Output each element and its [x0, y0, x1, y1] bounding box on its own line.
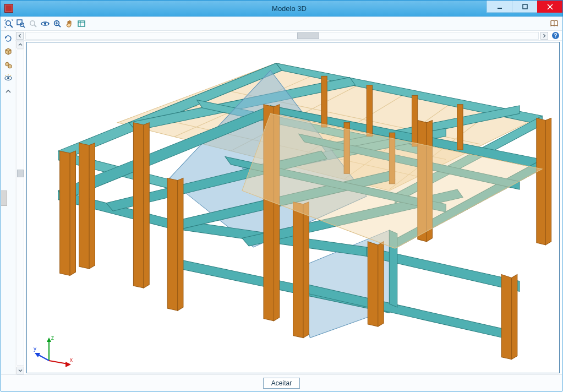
zoom-extents-icon: [4, 19, 13, 28]
axis-gizmo: z y x: [32, 333, 78, 368]
svg-marker-69: [293, 202, 304, 338]
svg-line-8: [24, 26, 25, 28]
zoom-in-button[interactable]: [52, 18, 63, 29]
svg-marker-63: [133, 123, 144, 288]
close-button[interactable]: [537, 1, 562, 13]
svg-marker-78: [545, 118, 551, 244]
svg-rect-79: [321, 76, 327, 127]
svg-rect-17: [78, 21, 85, 26]
svg-line-90: [49, 361, 68, 364]
help-book-button[interactable]: [549, 18, 560, 29]
chevron-left-icon: [18, 34, 22, 38]
svg-rect-80: [367, 85, 372, 137]
svg-rect-6: [17, 20, 22, 25]
svg-rect-81: [412, 95, 418, 146]
orbit-button[interactable]: [40, 18, 51, 29]
svg-marker-75: [501, 274, 512, 359]
pan-hand-icon: [65, 19, 74, 28]
model-scene: [27, 42, 559, 373]
axis-x-label: x: [70, 357, 73, 363]
cube-button[interactable]: [3, 46, 14, 57]
body-row: ?: [1, 31, 562, 374]
vscroll-down-button[interactable]: [17, 367, 24, 374]
axis-y-label: y: [34, 346, 36, 352]
main-area: ?: [15, 31, 562, 374]
footer: Aceitar: [1, 374, 562, 391]
zoom-previous-icon: [29, 19, 37, 28]
help-book-icon: [550, 19, 559, 28]
zoom-window-button[interactable]: [15, 18, 26, 29]
zoom-extents-button[interactable]: [3, 18, 14, 29]
zoom-previous-button[interactable]: [28, 18, 39, 29]
hscroll-left-button[interactable]: [16, 32, 24, 40]
svg-point-4: [6, 20, 10, 25]
hscroll-track[interactable]: [25, 32, 539, 40]
minimize-button[interactable]: [487, 1, 512, 13]
cubes-button[interactable]: [3, 59, 14, 70]
hscroll-row: ?: [15, 31, 562, 41]
viewport-3d[interactable]: z y x: [26, 42, 560, 373]
chevron-right-icon: [542, 34, 546, 38]
orbit-icon: [41, 19, 50, 28]
cubes-icon: [4, 61, 13, 69]
app-icon-slot: [2, 1, 16, 16]
svg-marker-72: [378, 242, 384, 326]
cube-icon: [4, 47, 13, 56]
app-icon: [4, 4, 13, 13]
vscroll-row: z y x: [15, 41, 562, 374]
eye-button[interactable]: [3, 73, 14, 84]
maximize-icon: [522, 4, 528, 9]
svg-marker-64: [144, 123, 149, 288]
svg-rect-82: [457, 105, 463, 150]
svg-marker-62: [89, 143, 95, 269]
svg-line-10: [34, 25, 36, 27]
rotate-icon: [4, 34, 13, 43]
svg-marker-87: [47, 337, 51, 342]
svg-marker-61: [79, 143, 90, 269]
close-icon: [547, 4, 553, 10]
svg-marker-76: [512, 274, 517, 359]
accept-button[interactable]: Aceitar: [263, 378, 300, 389]
window-title: Modelo 3D: [16, 4, 562, 13]
svg-marker-66: [178, 178, 183, 311]
svg-line-5: [10, 25, 12, 27]
svg-rect-1: [523, 4, 527, 9]
chevron-down-icon: [18, 368, 23, 373]
svg-marker-60: [70, 151, 75, 275]
svg-point-9: [30, 20, 35, 25]
vscroll-track[interactable]: [17, 50, 24, 366]
box-button[interactable]: [76, 18, 87, 29]
hscroll-right-button[interactable]: [540, 32, 548, 40]
client-area: ?: [1, 17, 562, 391]
svg-marker-59: [60, 151, 70, 275]
top-toolbar: [1, 17, 562, 31]
maximize-button[interactable]: [512, 1, 537, 13]
vscroll-up-button[interactable]: [17, 41, 24, 48]
svg-marker-77: [537, 118, 545, 244]
splitter-handle[interactable]: [1, 190, 7, 206]
chevron-up-icon: [18, 42, 23, 47]
zoom-window-icon: [17, 19, 25, 28]
svg-marker-71: [368, 242, 378, 326]
zoom-in-icon: [53, 19, 62, 28]
eye-icon: [4, 74, 13, 83]
pan-button[interactable]: [64, 18, 75, 29]
minimize-icon: [497, 4, 502, 9]
svg-line-16: [58, 25, 61, 27]
hscroll-thumb[interactable]: [297, 32, 319, 39]
titlebar: Modelo 3D: [0, 0, 563, 17]
box-icon: [77, 19, 86, 28]
svg-text:?: ?: [554, 32, 557, 39]
axis-z-label: z: [51, 335, 54, 341]
help-button[interactable]: ?: [551, 31, 560, 40]
collapse-up-button[interactable]: [3, 86, 14, 97]
svg-point-22: [7, 77, 9, 79]
vscroll-thumb[interactable]: [17, 170, 24, 177]
collapse-up-icon: [5, 89, 12, 94]
rotate-button[interactable]: [3, 33, 14, 44]
svg-marker-65: [167, 178, 178, 311]
help-question-icon: ?: [551, 31, 560, 40]
svg-point-12: [44, 23, 46, 25]
window-controls: [487, 1, 562, 13]
vscroll-col: [15, 41, 25, 374]
